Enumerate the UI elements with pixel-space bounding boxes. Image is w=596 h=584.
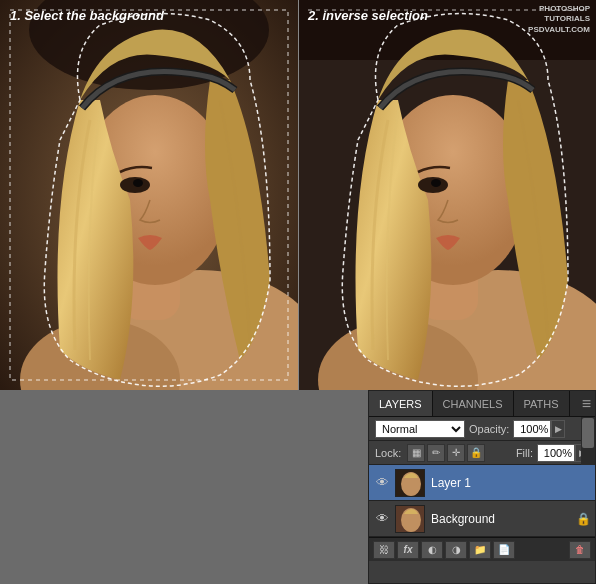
lock-label: Lock: — [375, 447, 401, 459]
blend-mode-row: Normal Multiply Screen Opacity: ▶ — [369, 417, 595, 441]
scroll-thumb[interactable] — [582, 418, 594, 448]
layers-list: 👁 Layer 1 👁 Background 🔒 — [369, 465, 595, 537]
eye-icon-background[interactable]: 👁 — [373, 510, 391, 528]
adjustment-button[interactable]: ◑ — [445, 541, 467, 559]
watermark: PHOTOSHOP TUTORIALS PSDVAULT.COM — [528, 4, 590, 35]
tab-layers[interactable]: LAYERS — [369, 391, 433, 416]
link-button[interactable]: ⛓ — [373, 541, 395, 559]
photo-panel-right — [298, 0, 596, 390]
lock-icon-background: 🔒 — [576, 512, 591, 526]
opacity-label: Opacity: — [469, 423, 509, 435]
layers-panel: LAYERS CHANNELS PATHS ≡ Normal Multiply … — [368, 390, 596, 584]
layer-thumb-layer1 — [395, 469, 425, 497]
layer1-name: Layer 1 — [431, 476, 591, 490]
panel-menu-icon[interactable]: ≡ — [582, 395, 591, 413]
image-divider — [298, 0, 299, 390]
layer-item-background[interactable]: 👁 Background 🔒 — [369, 501, 595, 537]
fill-input[interactable] — [537, 444, 575, 462]
mask-button[interactable]: ◐ — [421, 541, 443, 559]
lock-position-btn[interactable]: ✛ — [447, 444, 465, 462]
new-group-button[interactable]: 📁 — [469, 541, 491, 559]
new-layer-button[interactable]: 📄 — [493, 541, 515, 559]
panel-tabs: LAYERS CHANNELS PATHS ≡ — [369, 391, 595, 417]
layer-item-layer1[interactable]: 👁 Layer 1 — [369, 465, 595, 501]
fill-label: Fill: — [516, 447, 533, 459]
tab-paths[interactable]: PATHS — [514, 391, 570, 416]
delete-layer-button[interactable]: 🗑 — [569, 541, 591, 559]
blend-mode-select[interactable]: Normal Multiply Screen — [375, 420, 465, 438]
layer-thumb-background — [395, 505, 425, 533]
svg-point-15 — [431, 179, 441, 187]
panel-toolbar: ⛓ fx ◐ ◑ 📁 📄 🗑 — [369, 537, 595, 561]
lock-row: Lock: ▦ ✏ ✛ 🔒 Fill: ▶ — [369, 441, 595, 465]
background-name: Background — [431, 512, 576, 526]
lock-icons: ▦ ✏ ✛ 🔒 — [407, 444, 508, 462]
opacity-input[interactable] — [513, 420, 551, 438]
photo-panel-left — [0, 0, 298, 390]
tab-channels[interactable]: CHANNELS — [433, 391, 514, 416]
svg-point-7 — [133, 179, 143, 187]
lock-transparent-btn[interactable]: ▦ — [407, 444, 425, 462]
step2-label: 2. inverse selection — [308, 8, 428, 23]
bottom-left-area: 3. Copy selection to a new layer — [0, 390, 368, 584]
lock-all-btn[interactable]: 🔒 — [467, 444, 485, 462]
step1-label: 1. Select the background — [10, 8, 164, 23]
opacity-arrow[interactable]: ▶ — [551, 420, 565, 438]
fx-button[interactable]: fx — [397, 541, 419, 559]
lock-pixels-btn[interactable]: ✏ — [427, 444, 445, 462]
eye-icon-layer1[interactable]: 👁 — [373, 474, 391, 492]
